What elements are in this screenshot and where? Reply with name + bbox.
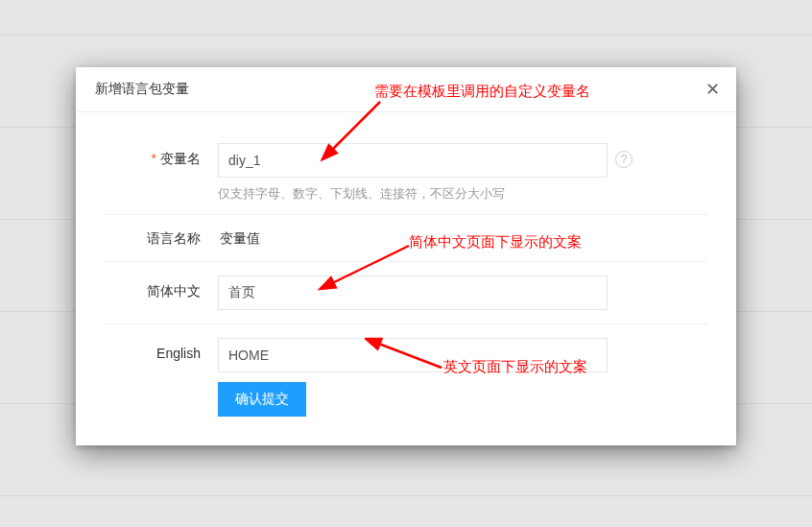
required-star-icon: * [152,151,156,166]
variable-name-label: *变量名 [105,143,218,203]
submit-button[interactable]: 确认提交 [218,382,306,417]
column-headers: 语言名称 变量值 [105,215,707,262]
col-header-variable-value: 变量值 [218,230,707,248]
modal-dialog: 新增语言包变量 ✕ *变量名 ? 仅支持字母、数字、下划线、连接符，不区分大小写… [76,67,736,445]
close-icon: ✕ [705,79,720,100]
form-row-variable-name: *变量名 ? 仅支持字母、数字、下划线、连接符，不区分大小写 [105,122,707,215]
col-header-language-name: 语言名称 [105,230,218,248]
value-input-en[interactable] [218,338,608,372]
modal-title: 新增语言包变量 [95,81,189,98]
modal-header: 新增语言包变量 ✕ [76,67,736,112]
value-input-zh[interactable] [218,275,608,310]
form-row-en: English 确认提交 [105,324,707,420]
lang-label-en: English [105,338,218,417]
form-row-zh: 简体中文 [105,262,707,324]
close-button[interactable]: ✕ [702,79,723,100]
variable-name-hint: 仅支持字母、数字、下划线、连接符，不区分大小写 [218,185,707,203]
lang-label-zh: 简体中文 [105,275,218,310]
help-icon[interactable]: ? [615,151,633,168]
variable-name-input[interactable] [218,143,608,178]
modal-body: *变量名 ? 仅支持字母、数字、下划线、连接符，不区分大小写 语言名称 变量值 … [76,112,736,420]
